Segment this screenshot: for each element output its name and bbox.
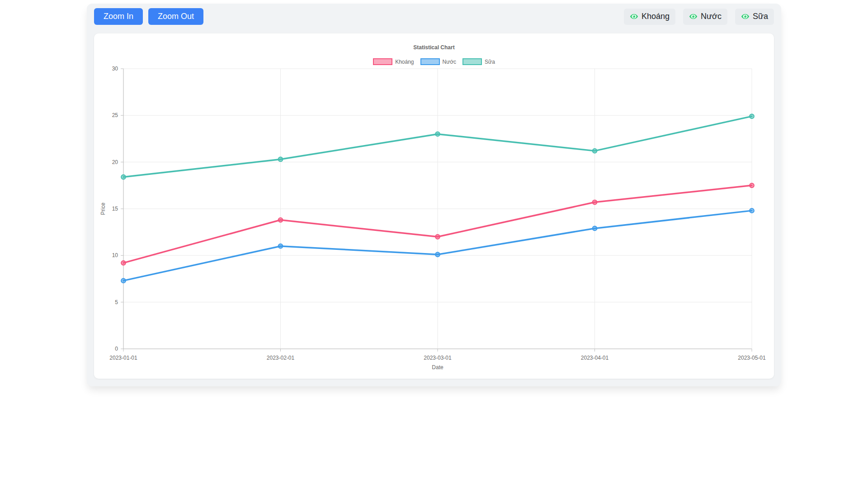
eye-icon (630, 12, 638, 21)
data-point-nuoc[interactable] (278, 244, 283, 249)
data-point-nuoc[interactable] (593, 226, 597, 231)
data-point-sua[interactable] (593, 149, 597, 153)
x-axis-title: Date (432, 364, 443, 371)
data-point-khoang[interactable] (121, 261, 126, 265)
data-point-nuoc[interactable] (121, 278, 126, 283)
zoom-out-button[interactable]: Zoom Out (148, 8, 203, 25)
y-tick-label: 0 (115, 346, 118, 352)
data-point-sua[interactable] (121, 175, 126, 179)
data-point-khoang[interactable] (435, 235, 440, 239)
data-point-sua[interactable] (435, 132, 440, 136)
series-toggle-sua[interactable]: Sữa (735, 9, 774, 25)
data-point-sua[interactable] (750, 114, 754, 119)
series-toggle-label: Sữa (753, 12, 768, 21)
x-tick-label: 2023-04-01 (581, 355, 609, 361)
y-axis-title: Price (100, 202, 106, 215)
line-chart: 0510152025302023-01-012023-02-012023-03-… (94, 33, 774, 379)
y-tick-label: 5 (115, 299, 118, 305)
y-tick-label: 30 (112, 66, 118, 72)
data-point-nuoc[interactable] (750, 208, 754, 213)
gridlines (123, 69, 752, 349)
y-tick-label: 15 (112, 206, 118, 212)
chart-card: Statistical Chart KhoángNướcSữa 05101520… (94, 33, 774, 379)
series-toggle-nuoc[interactable]: Nước (683, 9, 727, 25)
x-tick-label: 2023-01-01 (109, 355, 137, 361)
series-toggle-group: KhoángNướcSữa (624, 9, 774, 25)
eye-icon (741, 12, 750, 21)
zoom-in-button[interactable]: Zoom In (94, 8, 143, 25)
y-tick-label: 10 (112, 252, 118, 258)
series-toggle-khoang[interactable]: Khoáng (624, 9, 675, 25)
data-point-nuoc[interactable] (435, 252, 440, 257)
y-tick-label: 20 (112, 159, 118, 165)
data-point-khoang[interactable] (750, 183, 754, 188)
eye-icon (689, 12, 698, 21)
main-panel: Zoom In Zoom Out KhoángNướcSữa Statistic… (87, 4, 781, 386)
x-tick-label: 2023-03-01 (424, 355, 452, 361)
data-point-khoang[interactable] (278, 218, 283, 222)
toolbar-zoom-group: Zoom In Zoom Out (94, 8, 203, 25)
y-tick-label: 25 (112, 112, 118, 118)
axis-labels: 0510152025302023-01-012023-02-012023-03-… (100, 66, 766, 371)
series-toggle-label: Khoáng (642, 12, 670, 21)
x-tick-label: 2023-02-01 (267, 355, 295, 361)
x-tick-label: 2023-05-01 (738, 355, 766, 361)
series-toggle-label: Nước (701, 12, 722, 21)
axes (121, 69, 752, 352)
data-point-khoang[interactable] (593, 200, 597, 205)
data-point-sua[interactable] (278, 157, 283, 162)
toolbar: Zoom In Zoom Out KhoángNướcSữa (94, 8, 774, 25)
